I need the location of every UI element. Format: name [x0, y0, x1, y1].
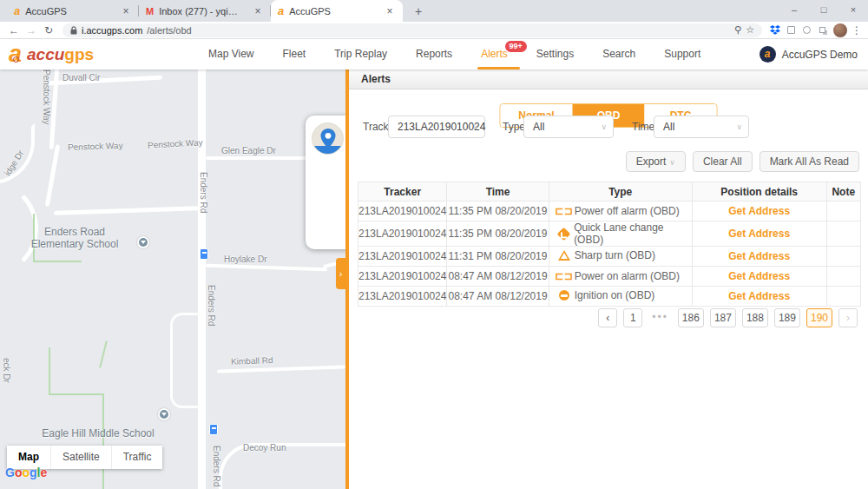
browser-tab-accugps-active[interactable]: a AccuGPS ×: [271, 0, 403, 22]
nav-item-trip-replay[interactable]: Trip Replay: [334, 39, 387, 69]
user-menu[interactable]: a AccuGPS Demo: [760, 46, 858, 63]
cell-note: [826, 267, 860, 287]
school-poi-icon[interactable]: [137, 236, 149, 248]
poi-label-enders-school[interactable]: Enders Road Elementary School: [19, 226, 130, 250]
page-button-189[interactable]: 189: [774, 308, 800, 327]
col-tracker: Tracker: [358, 182, 447, 202]
back-icon[interactable]: ←: [5, 24, 23, 36]
google-map[interactable]: Duvall Cir Penstock Way Penstock Way Pen…: [0, 69, 345, 489]
tab-close-icon[interactable]: ×: [120, 5, 132, 17]
table-row: 213LA2019010024 11:35 PM 08/20/2019 Quic…: [358, 221, 861, 247]
time-select[interactable]: All ∨: [654, 116, 749, 138]
tab-close-icon[interactable]: ×: [252, 5, 264, 17]
table-row: 213LA2019010024 08:47 AM 08/12/2019 Igni…: [358, 287, 861, 307]
next-page-button[interactable]: ›: [838, 308, 858, 327]
browser-profile-avatar[interactable]: [833, 23, 847, 37]
get-address-link[interactable]: Get Address: [728, 250, 790, 262]
cell-note: [826, 287, 860, 307]
browser-tab-gmail[interactable]: M Inbox (277) - yqi@accugps.com ×: [139, 0, 271, 22]
bookmark-star-icon[interactable]: ☆: [746, 24, 754, 36]
sharp-turn-icon: [558, 249, 570, 261]
nav-item-settings[interactable]: Settings: [536, 39, 574, 69]
get-address-link[interactable]: Get Address: [728, 290, 790, 302]
satellite-button[interactable]: Satellite: [50, 446, 111, 469]
nav-item-search[interactable]: Search: [602, 39, 635, 69]
type-select[interactable]: All ∨: [523, 116, 614, 138]
poi-label-eagle-hill[interactable]: Eagle Hill Middle School: [33, 427, 163, 439]
lock-icon: [70, 26, 77, 35]
road-hoylake: [206, 264, 327, 272]
globe-extension-icon[interactable]: [799, 26, 814, 34]
page-button-188[interactable]: 188: [742, 308, 768, 327]
cell-tracker: 213LA2019010024: [358, 247, 447, 267]
url-input[interactable]: i.accugps.com/alerts/obd ⚲ ☆: [62, 23, 762, 37]
cell-type: Quick Lane change (OBD): [549, 221, 692, 247]
accugps-logo[interactable]: a accugps: [9, 43, 208, 66]
nav-item-map-view[interactable]: Map View: [208, 39, 253, 69]
road-penstock-curve: [45, 144, 60, 207]
school-poi-icon[interactable]: [158, 408, 170, 420]
browser-menu-icon[interactable]: ⋮: [851, 24, 863, 36]
map-pin-icon: [320, 129, 336, 149]
tracker-select[interactable]: 213LA2019010024 ∨: [388, 116, 485, 138]
browser-window: a AccuGPS × M Inbox (277) - yqi@accugps.…: [0, 0, 868, 489]
cell-time: 08:47 AM 08/12/2019: [447, 267, 549, 287]
cell-tracker: 213LA2019010024: [358, 221, 447, 247]
tab-close-icon[interactable]: ×: [384, 5, 396, 17]
chevron-down-icon: ∨: [669, 158, 675, 167]
page-button-187[interactable]: 187: [710, 308, 736, 327]
google-logo: Google: [5, 466, 47, 479]
maximize-button[interactable]: □: [809, 0, 838, 22]
page-ellipsis: •••: [648, 308, 672, 327]
minimize-button[interactable]: –: [779, 0, 809, 22]
chevron-right-icon: ›: [339, 268, 343, 279]
nav-item-fleet[interactable]: Fleet: [282, 39, 306, 69]
forward-icon[interactable]: →: [23, 24, 40, 36]
cell-note: [826, 221, 860, 247]
road-enders-rd: [198, 69, 206, 489]
browser-tab-accugps-1[interactable]: a AccuGPS ×: [7, 0, 139, 22]
tracker-popup-card[interactable]: [306, 116, 345, 249]
export-button[interactable]: Export∨: [626, 151, 686, 172]
page-button-1[interactable]: 1: [623, 308, 642, 327]
get-address-link[interactable]: Get Address: [728, 205, 790, 217]
tab-title: Inbox (277) - yqi@accugps.com: [159, 6, 247, 17]
nav-item-reports[interactable]: Reports: [416, 39, 452, 69]
panel-collapse-toggle[interactable]: ›: [336, 258, 345, 289]
browser-tab-strip: a AccuGPS × M Inbox (277) - yqi@accugps.…: [0, 0, 868, 22]
page-button-186[interactable]: 186: [678, 308, 704, 327]
transit-stop-icon[interactable]: [200, 248, 208, 260]
dropbox-extension-icon[interactable]: [767, 25, 783, 35]
pagination: ‹ 1 ••• 186 187 188 189 190 ›: [598, 308, 858, 327]
get-address-link[interactable]: Get Address: [728, 228, 790, 240]
reload-icon[interactable]: ↻: [40, 24, 57, 36]
cell-time: 11:35 PM 08/20/2019: [447, 221, 549, 247]
nav-item-support[interactable]: Support: [664, 39, 700, 69]
prev-page-button[interactable]: ‹: [598, 308, 617, 327]
close-button[interactable]: ×: [838, 0, 868, 22]
user-avatar: a: [760, 46, 776, 63]
clear-all-button[interactable]: Clear All: [693, 151, 753, 172]
nav-item-alerts[interactable]: Alerts 99+: [481, 39, 508, 69]
page-button-190-active[interactable]: 190: [806, 308, 832, 327]
cell-tracker: 213LA2019010024: [358, 267, 447, 287]
accugps-logo-mark-icon: a: [9, 43, 22, 66]
accugps-wordmark: accugps: [27, 45, 94, 64]
accugps-favicon-icon: a: [278, 5, 284, 17]
tab-manager-extension-icon[interactable]: [814, 27, 830, 33]
get-address-link[interactable]: Get Address: [728, 270, 790, 282]
cell-type: ⊏⊐Power off alarm (OBD): [549, 202, 692, 221]
street-label-enders-1: Enders Rd: [199, 172, 208, 213]
accugps-favicon-icon: a: [14, 5, 20, 17]
transit-stop-icon[interactable]: [209, 424, 218, 435]
panel-title: Alerts: [349, 69, 868, 89]
traffic-button[interactable]: Traffic: [111, 446, 163, 469]
cell-time: 08:47 AM 08/12/2019: [447, 287, 549, 307]
trail: [49, 393, 104, 395]
password-key-icon[interactable]: ⚲: [734, 24, 741, 36]
cell-type: Sharp turn (OBD): [549, 247, 692, 267]
user-name: AccuGPS Demo: [782, 49, 858, 61]
new-tab-button[interactable]: +: [408, 1, 429, 22]
screenshot-extension-icon[interactable]: [783, 26, 799, 34]
mark-all-read-button[interactable]: Mark All As Read: [760, 151, 859, 172]
